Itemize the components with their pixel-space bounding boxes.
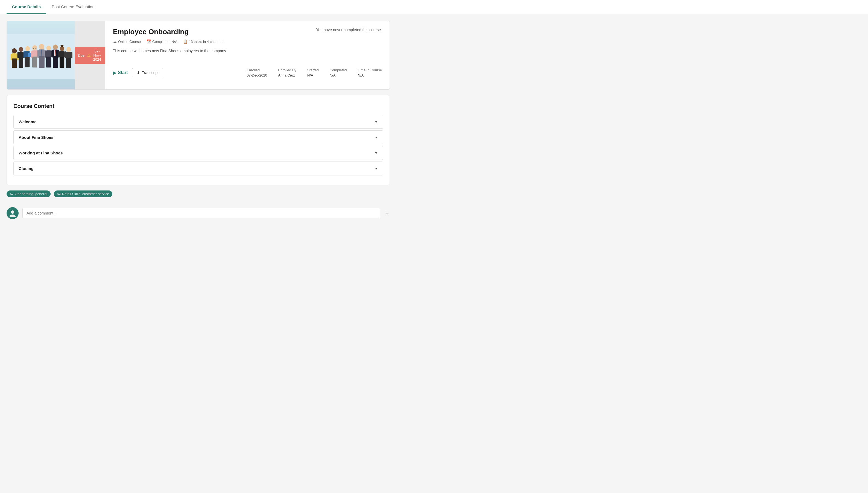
tag-icon-2: 🏷 (57, 192, 61, 196)
svg-rect-3 (12, 59, 17, 68)
stat-time-in-course: Time In Course N/A (358, 68, 382, 77)
accordion-header-working[interactable]: Working at Fina Shoes ▼ (14, 146, 383, 159)
transcript-button[interactable]: ⬇ Transcript (132, 68, 163, 77)
tab-post-course-eval[interactable]: Post Course Evaluation (46, 0, 100, 14)
svg-rect-33 (45, 51, 46, 57)
stat-completed-value: N/A (330, 73, 347, 77)
svg-rect-32 (46, 57, 51, 67)
svg-point-48 (66, 47, 71, 52)
stat-started-label: Started (307, 68, 319, 72)
add-comment-button[interactable]: + (384, 210, 390, 217)
chapter-about-label: About Fina Shoes (19, 135, 54, 140)
warning-icon: ⚠ (87, 53, 91, 57)
comment-input[interactable] (26, 211, 376, 215)
meta-completed: 📅 Completed: N/A (146, 39, 177, 44)
download-icon: ⬇ (137, 70, 140, 75)
accordion-closing[interactable]: Closing ▼ (14, 162, 383, 175)
chapter-closing-label: Closing (19, 166, 34, 171)
svg-rect-38 (51, 50, 53, 58)
svg-rect-19 (31, 51, 33, 58)
course-content-section: Course Content Welcome ▼ About Fina Shoe… (6, 95, 390, 185)
chapter-welcome-label: Welcome (19, 120, 37, 124)
cloud-icon: ☁ (113, 39, 117, 44)
thumbnail-image (7, 21, 75, 89)
accordion-welcome[interactable]: Welcome ▼ (14, 115, 383, 129)
stat-started-value: N/A (307, 73, 319, 77)
svg-rect-52 (71, 52, 72, 58)
svg-point-42 (60, 46, 65, 51)
transcript-label: Transcript (142, 70, 158, 75)
svg-point-11 (25, 46, 30, 51)
start-label: Start (118, 70, 128, 75)
svg-rect-14 (23, 51, 25, 58)
course-thumbnail: Due: ⚠ 07-Nov-2024 (7, 21, 105, 89)
course-actions: ▶ Start ⬇ Transcript Enrolled 07-Dec-202… (113, 68, 382, 77)
course-type: Online Course (118, 40, 141, 44)
chevron-down-icon: ▼ (375, 120, 378, 124)
accordion-header-closing[interactable]: Closing ▼ (14, 162, 383, 175)
meta-tasks: 📋 13 tasks in 4 chapters (183, 39, 224, 44)
svg-point-35 (53, 45, 58, 50)
tag-retail-label: Retail Skills: customer service (62, 192, 109, 196)
start-button[interactable]: ▶ Start (113, 70, 128, 76)
course-title-row: Employee Onboarding You have never compl… (113, 28, 382, 36)
svg-point-16 (32, 45, 37, 50)
course-description: This course welcomes new Fina Shoes empl… (113, 48, 382, 54)
completion-status: You have never completed this course. (316, 28, 382, 32)
chevron-down-icon-4: ▼ (375, 167, 378, 171)
tag-onboarding-label: Onboarding: general (15, 192, 47, 196)
tasks-icon: 📋 (183, 39, 188, 44)
course-info: Employee Onboarding You have never compl… (105, 21, 389, 89)
tag-onboarding[interactable]: 🏷 Onboarding: general (6, 191, 50, 197)
stat-enrolled-by: Enrolled By Anna Cruz (278, 68, 296, 77)
svg-point-54 (9, 215, 16, 217)
svg-point-24 (39, 44, 44, 50)
svg-rect-9 (18, 52, 19, 58)
stat-enrolled-value: 07-Dec-2020 (247, 73, 267, 77)
stat-completed: Completed N/A (330, 68, 347, 77)
stat-time-value: N/A (358, 73, 382, 77)
play-icon: ▶ (113, 70, 116, 76)
accordion-working[interactable]: Working at Fina Shoes ▼ (14, 146, 383, 160)
svg-rect-18 (32, 57, 37, 67)
course-card: Due: ⚠ 07-Nov-2024 Employee Onboarding Y… (6, 21, 390, 90)
svg-point-30 (46, 46, 51, 50)
due-banner: Due: ⚠ 07-Nov-2024 (75, 47, 105, 64)
svg-point-1 (12, 48, 17, 53)
comment-section: + (6, 204, 390, 222)
svg-rect-26 (39, 56, 45, 68)
svg-rect-27 (38, 50, 39, 58)
avatar (6, 207, 19, 219)
tags-row: 🏷 Onboarding: general 🏷 Retail Skills: c… (6, 191, 390, 197)
svg-rect-50 (66, 58, 71, 68)
svg-rect-46 (58, 51, 60, 58)
svg-rect-4 (10, 54, 12, 60)
stat-started: Started N/A (307, 68, 319, 77)
svg-rect-51 (65, 52, 66, 58)
plus-icon: + (385, 210, 389, 216)
stat-completed-label: Completed (330, 68, 347, 72)
meta-type: ☁ Online Course (113, 39, 141, 44)
due-label: Due: (78, 53, 85, 57)
tab-course-details[interactable]: Course Details (6, 0, 46, 14)
stat-enrolled-by-label: Enrolled By (278, 68, 296, 72)
svg-rect-8 (19, 57, 23, 68)
svg-rect-37 (53, 56, 58, 68)
stat-enrolled-by-value: Anna Cruz (278, 73, 296, 77)
accordion-header-about-fina[interactable]: About Fina Shoes ▼ (14, 131, 383, 144)
svg-rect-13 (25, 57, 29, 67)
course-stats: Enrolled 07-Dec-2020 Enrolled By Anna Cr… (247, 68, 382, 77)
course-meta: ☁ Online Course 📅 Completed: N/A 📋 13 ta… (113, 39, 382, 44)
comment-input-wrapper[interactable] (22, 208, 380, 218)
course-title: Employee Onboarding (113, 28, 189, 36)
tag-icon-1: 🏷 (10, 192, 14, 196)
stat-enrolled-label: Enrolled (247, 68, 267, 72)
calendar-icon: 📅 (146, 39, 151, 44)
tag-retail[interactable]: 🏷 Retail Skills: customer service (54, 191, 113, 197)
accordion-header-welcome[interactable]: Welcome ▼ (14, 115, 383, 128)
tasks-label: 13 tasks in 4 chapters (189, 40, 224, 44)
accordion-about-fina[interactable]: About Fina Shoes ▼ (14, 130, 383, 144)
svg-point-6 (19, 47, 23, 52)
stat-time-label: Time In Course (358, 68, 382, 72)
tabs-bar: Course Details Post Course Evaluation (0, 0, 868, 14)
